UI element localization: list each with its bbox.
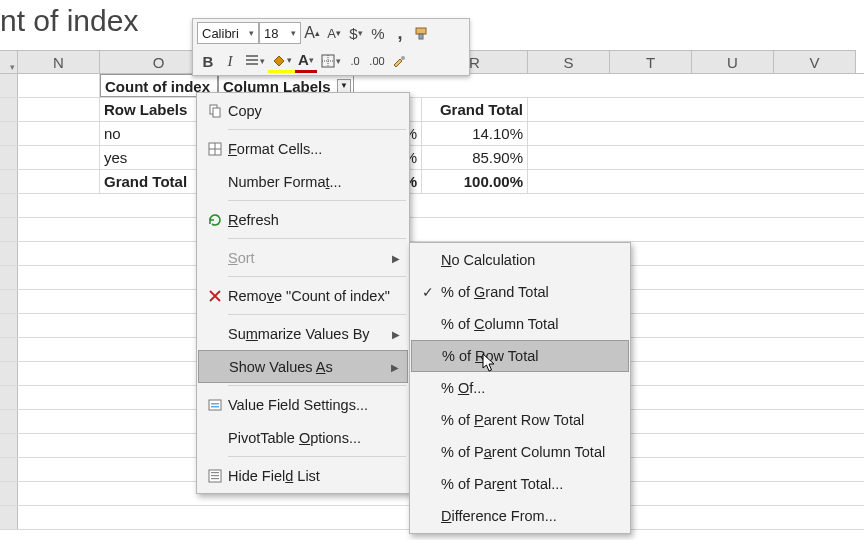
- settings-icon: [202, 397, 228, 413]
- percent-format-icon[interactable]: %: [367, 21, 389, 45]
- column-header[interactable]: U: [692, 50, 774, 73]
- ctx-label: PivotTable Options...: [228, 430, 404, 446]
- pivot-gt-cell[interactable]: 100.00%: [422, 170, 528, 193]
- align-icon[interactable]: ▾: [241, 49, 268, 73]
- svg-rect-13: [211, 478, 219, 479]
- chevron-down-icon: ▾: [249, 28, 254, 38]
- chevron-down-icon: ▾: [291, 28, 296, 38]
- cell[interactable]: [18, 170, 100, 193]
- sub-pct-parent-row-total[interactable]: % of Parent Row Total: [411, 404, 629, 436]
- increase-decimal-icon[interactable]: .0: [344, 49, 366, 73]
- mini-toolbar: Calibri ▾ 18 ▾ A▴ A▾ $▾ % , B I ▾ ▾ A▾: [192, 18, 470, 76]
- font-color-icon[interactable]: A▾: [295, 49, 317, 73]
- pivot-data-row: yes % 85.90%: [0, 146, 864, 170]
- select-all-corner[interactable]: ▾: [0, 50, 18, 73]
- ctx-copy[interactable]: Copy: [198, 94, 408, 127]
- chevron-right-icon: ▶: [391, 361, 399, 372]
- borders-icon[interactable]: ▾: [317, 49, 344, 73]
- ctx-label: Value Field Settings...: [228, 397, 404, 413]
- svg-rect-12: [211, 475, 219, 476]
- pivot-grand-total-header[interactable]: Grand Total: [422, 98, 528, 121]
- pivot-grand-total-row: Grand Total % 100.00%: [0, 170, 864, 194]
- sub-label: % of Parent Column Total: [441, 444, 623, 460]
- ctx-hide-field-list[interactable]: Hide Field List: [198, 459, 408, 492]
- ctx-label: Show Values As: [229, 359, 403, 375]
- ctx-label: Summarize Values By: [228, 326, 404, 342]
- ctx-refresh[interactable]: Refresh: [198, 203, 408, 236]
- chevron-down-icon[interactable]: ▼: [337, 79, 351, 93]
- svg-rect-7: [209, 400, 221, 410]
- decrease-decimal-icon[interactable]: .00: [366, 49, 388, 73]
- chevron-down-icon: ▾: [10, 62, 15, 72]
- sub-label: % of Column Total: [441, 316, 623, 332]
- ctx-label: Format Cells...: [228, 141, 404, 157]
- paintbrush-icon[interactable]: [388, 49, 410, 73]
- ctx-label: Copy: [228, 103, 404, 119]
- close-icon: [202, 288, 228, 304]
- ctx-label: Refresh: [228, 212, 404, 228]
- svg-rect-0: [416, 28, 426, 34]
- ctx-show-values-as[interactable]: Show Values As ▶: [198, 350, 408, 383]
- fill-color-icon[interactable]: ▾: [268, 49, 295, 73]
- cell[interactable]: [18, 74, 100, 97]
- sub-pct-grand-total[interactable]: ✓ % of Grand Total: [411, 276, 629, 308]
- cells-icon: [202, 141, 228, 157]
- column-header[interactable]: T: [610, 50, 692, 73]
- copy-icon: [202, 103, 228, 119]
- format-painter-icon[interactable]: [411, 21, 433, 45]
- ctx-pivottable-options[interactable]: PivotTable Options...: [198, 421, 408, 454]
- column-header[interactable]: N: [18, 50, 100, 73]
- font-name-value: Calibri: [202, 26, 239, 41]
- ctx-value-field-settings[interactable]: Value Field Settings...: [198, 388, 408, 421]
- ctx-label: Hide Field List: [228, 468, 404, 484]
- column-header[interactable]: S: [528, 50, 610, 73]
- context-menu: Copy Format Cells... Number Format... Re…: [196, 92, 410, 494]
- ctx-label: Number Format...: [228, 174, 404, 190]
- column-header[interactable]: V: [774, 50, 856, 73]
- pivot-header-row: Count of index Column Labels ▼: [0, 74, 864, 98]
- show-values-as-submenu: No Calculation ✓ % of Grand Total % of C…: [409, 242, 631, 534]
- ctx-summarize-values-by[interactable]: Summarize Values By ▶: [198, 317, 408, 350]
- ctx-label: Remove "Count of index": [228, 288, 404, 304]
- toolbar-row-1: Calibri ▾ 18 ▾ A▴ A▾ $▾ % ,: [193, 19, 469, 47]
- font-size-value: 18: [264, 26, 278, 41]
- sub-pct-of[interactable]: % Of...: [411, 372, 629, 404]
- grow-font-icon[interactable]: A▴: [301, 21, 323, 45]
- sub-pct-column-total[interactable]: % of Column Total: [411, 308, 629, 340]
- ctx-number-format[interactable]: Number Format...: [198, 165, 408, 198]
- page-title: nt of index: [0, 4, 138, 38]
- sub-label: No Calculation: [441, 252, 623, 268]
- pivot-row-labels-text: Row Labels: [104, 101, 187, 118]
- toolbar-row-2: B I ▾ ▾ A▾ ▾ .0 .00: [193, 47, 469, 75]
- font-name-select[interactable]: Calibri ▾: [197, 22, 259, 44]
- bold-button[interactable]: B: [197, 49, 219, 73]
- sub-label: % of Grand Total: [441, 284, 623, 300]
- check-icon: ✓: [415, 284, 441, 300]
- field-list-icon: [202, 468, 228, 484]
- shrink-font-icon[interactable]: A▾: [323, 21, 345, 45]
- ctx-remove[interactable]: Remove "Count of index": [198, 279, 408, 312]
- comma-format-icon[interactable]: ,: [389, 21, 411, 45]
- pivot-row-labels-row: Row Labels ▼ Grand Total: [0, 98, 864, 122]
- chevron-right-icon: ▶: [392, 328, 400, 339]
- cell[interactable]: [18, 98, 100, 121]
- svg-rect-8: [211, 403, 219, 405]
- sub-label: % of Parent Row Total: [441, 412, 623, 428]
- accounting-format-icon[interactable]: $▾: [345, 21, 367, 45]
- ctx-format-cells[interactable]: Format Cells...: [198, 132, 408, 165]
- cell[interactable]: [18, 146, 100, 169]
- italic-button[interactable]: I: [219, 49, 241, 73]
- sub-pct-parent-column-total[interactable]: % of Parent Column Total: [411, 436, 629, 468]
- pivot-value-cell[interactable]: 85.90%: [422, 146, 528, 169]
- sub-label: % of Parent Total...: [441, 476, 623, 492]
- sub-difference-from[interactable]: Difference From...: [411, 500, 629, 532]
- font-size-select[interactable]: 18 ▾: [259, 22, 301, 44]
- sub-no-calculation[interactable]: No Calculation: [411, 244, 629, 276]
- chevron-right-icon: ▶: [392, 252, 400, 263]
- sub-pct-parent-total[interactable]: % of Parent Total...: [411, 468, 629, 500]
- cell[interactable]: [18, 122, 100, 145]
- svg-rect-11: [211, 472, 219, 473]
- pivot-data-row: no % 14.10%: [0, 122, 864, 146]
- sub-pct-row-total[interactable]: % of Row Total: [411, 340, 629, 372]
- pivot-value-cell[interactable]: 14.10%: [422, 122, 528, 145]
